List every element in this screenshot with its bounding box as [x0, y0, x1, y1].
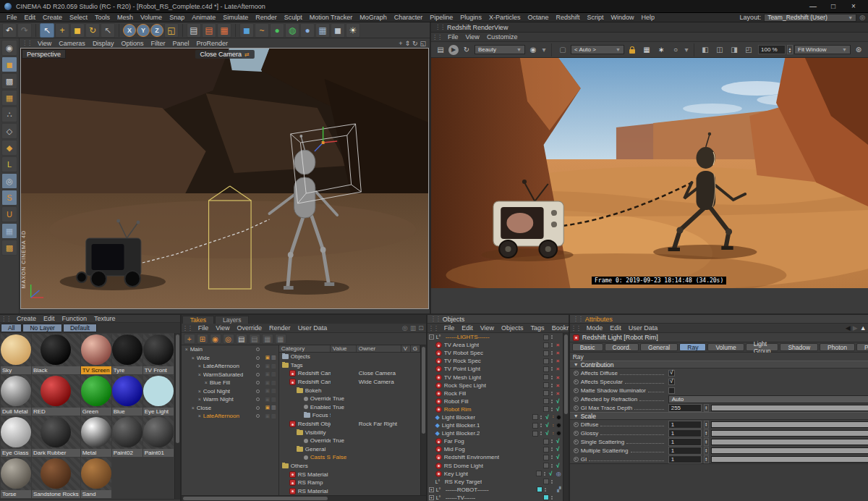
- material-item-sandstone-rocks[interactable]: Sandstone Rocks: [32, 458, 80, 498]
- layer-chip[interactable]: [536, 471, 542, 476]
- slider-diffuse[interactable]: [711, 421, 868, 428]
- object-row-rs-key-target[interactable]: L°RS Key Target: [427, 478, 563, 486]
- tab-shadow[interactable]: Shadow: [780, 343, 818, 351]
- take-row-blue-fill[interactable]: ×Blue Fill▣▥: [182, 379, 278, 387]
- stepper-icon[interactable]: ▲▼: [704, 404, 709, 412]
- override-row-tags[interactable]: Tags: [279, 361, 420, 370]
- auto-take-icon[interactable]: ◉: [210, 334, 221, 344]
- object-row-robot[interactable]: +L°------ROBOT------▞: [427, 486, 563, 494]
- takes-hscrollbar[interactable]: [182, 495, 426, 501]
- override-row-override[interactable]: OverrideTrue: [279, 437, 420, 445]
- keyframe-icon[interactable]: [574, 422, 579, 427]
- column-category[interactable]: Category: [279, 345, 331, 352]
- layer-chip[interactable]: [543, 366, 549, 372]
- menu-view[interactable]: View: [477, 324, 498, 332]
- menu-window[interactable]: Window: [607, 14, 637, 21]
- menu-edit[interactable]: Edit: [21, 14, 40, 21]
- menu-edit[interactable]: Edit: [40, 315, 59, 322]
- menu-volume[interactable]: Volume: [137, 14, 166, 21]
- number-field-gi[interactable]: 1: [668, 455, 702, 463]
- viewport-canvas[interactable]: Perspective Close Camera⇄ MAXON CINEMA 4…: [20, 48, 429, 309]
- marked-takes-to-pv-icon[interactable]: ▦: [262, 334, 273, 344]
- menu-help[interactable]: Help: [638, 14, 659, 21]
- settings-gear-icon[interactable]: ⊛: [852, 44, 865, 56]
- material-item-blue[interactable]: Blue: [112, 375, 142, 416]
- tab-light-group[interactable]: Light Group: [746, 343, 779, 351]
- override-row-bokeh[interactable]: Bokeh: [279, 386, 420, 395]
- close-button[interactable]: ×: [843, 2, 864, 10]
- column-g[interactable]: G: [411, 345, 420, 352]
- slider-glossy[interactable]: [711, 430, 868, 437]
- menu-file[interactable]: File: [195, 324, 213, 332]
- material-item-green[interactable]: Green: [81, 375, 111, 416]
- visibility-dots-icon[interactable]: [540, 431, 542, 435]
- take-disable-icon[interactable]: ×: [196, 372, 203, 377]
- menu-file[interactable]: File: [441, 324, 459, 332]
- override-row-casts-shadows[interactable]: Casts ShadowsFalse: [279, 453, 420, 462]
- layer-chip[interactable]: [543, 463, 549, 468]
- material-item-metal[interactable]: Metal: [81, 416, 111, 457]
- menu-render[interactable]: Render: [265, 324, 294, 332]
- keyframe-icon[interactable]: [574, 379, 579, 384]
- record-active-objects-icon[interactable]: ◎: [223, 334, 234, 344]
- expand-icon[interactable]: +: [429, 495, 434, 500]
- menu-options[interactable]: Options: [117, 40, 147, 47]
- take-row-close[interactable]: ×Close▣▥: [182, 404, 278, 413]
- material-item-sand[interactable]: Sand: [81, 458, 111, 498]
- light-icon[interactable]: ☀: [346, 23, 360, 38]
- menu-x-particles[interactable]: X-Particles: [485, 14, 524, 21]
- pen-spline-icon[interactable]: ~: [255, 23, 269, 38]
- rotate-view-icon[interactable]: ↻: [412, 40, 418, 47]
- material-item-dark-rubber[interactable]: Dark Rubber: [32, 416, 80, 457]
- stepper-icon[interactable]: ▲▼: [704, 429, 709, 437]
- edges-mode-icon[interactable]: ◇: [1, 123, 17, 139]
- menu-create[interactable]: Create: [39, 14, 66, 21]
- last-tool-icon[interactable]: ↖: [101, 23, 115, 38]
- stepper-icon[interactable]: ▲▼: [704, 438, 709, 446]
- material-item-tv-screen[interactable]: TV Screen: [81, 334, 111, 374]
- slider-multiple-scattering[interactable]: [711, 447, 868, 454]
- texture-mode-icon[interactable]: ▩: [1, 73, 17, 89]
- viewport-label[interactable]: Perspective: [22, 49, 66, 59]
- save-image-icon[interactable]: ▤: [434, 44, 447, 56]
- all-takes-to-pv-icon[interactable]: ▦: [275, 334, 286, 344]
- fit-mode-dropdown[interactable]: Fit Window▼: [794, 45, 851, 54]
- override-row-rs-material[interactable]: RS Material: [279, 487, 420, 496]
- layer-chip[interactable]: [543, 439, 549, 445]
- take-row-wide[interactable]: ×Wide▣▥: [182, 354, 278, 363]
- enabled-icon[interactable]: √: [555, 406, 561, 413]
- object-row-redshift-environment[interactable]: Redshift Environment√: [427, 453, 563, 461]
- lock-z-icon[interactable]: Z: [150, 24, 163, 37]
- menu-user-data[interactable]: User Data: [294, 324, 331, 332]
- object-row-rs-dome-light[interactable]: RS Dome Light√: [427, 462, 563, 470]
- layer-chip[interactable]: [532, 423, 538, 429]
- falloff-tag-icon[interactable]: ∶: [553, 414, 554, 420]
- menu-display[interactable]: Display: [89, 40, 118, 47]
- rotate-icon[interactable]: ↻: [85, 23, 100, 38]
- material-item-black[interactable]: Black: [32, 334, 80, 374]
- take-active-radio[interactable]: [256, 414, 260, 418]
- disabled-icon[interactable]: ×: [555, 366, 561, 372]
- override-row-visibility[interactable]: Visibility: [279, 428, 420, 437]
- override-row-redshift-camera[interactable]: Redshift CameraClose Camera: [279, 369, 420, 378]
- take-active-radio[interactable]: [256, 373, 260, 376]
- undo-icon[interactable]: ↶: [2, 23, 17, 38]
- object-row-tv-area-light[interactable]: TV Area Light×: [427, 341, 563, 349]
- enabled-icon[interactable]: √: [555, 398, 561, 405]
- scrollbar-thumb[interactable]: [564, 334, 568, 414]
- keyframe-icon[interactable]: [574, 439, 579, 445]
- disabled-icon[interactable]: ×: [555, 390, 561, 397]
- layer-chip[interactable]: [543, 358, 549, 364]
- menu-plugins[interactable]: Plugins: [456, 14, 485, 21]
- falloff-tag-icon[interactable]: ∶: [553, 431, 554, 437]
- menu-tools[interactable]: Tools: [91, 14, 114, 21]
- back-icon[interactable]: ◀: [846, 324, 851, 332]
- override-row-rs-ramp[interactable]: RS Ramp: [279, 479, 420, 487]
- layer-chip[interactable]: [532, 431, 538, 437]
- material-item-eye-glass[interactable]: Eye Glass: [1, 416, 31, 457]
- tab-ray[interactable]: Ray: [679, 343, 706, 351]
- slider-single-scattering[interactable]: [711, 439, 868, 445]
- slider-gi[interactable]: [711, 456, 868, 463]
- take-row-cool-night[interactable]: ×Cool Night▣▥: [182, 387, 278, 396]
- attribute-object-row[interactable]: Redshift Light [Robot Rim]: [570, 333, 868, 342]
